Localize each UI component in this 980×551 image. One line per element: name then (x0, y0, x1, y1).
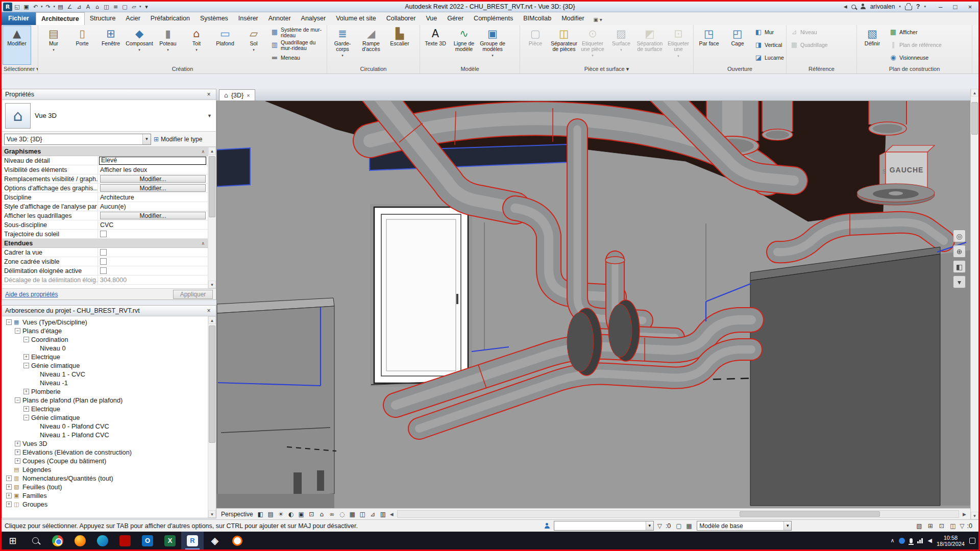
tree-expand-toggle[interactable]: + (15, 449, 20, 455)
tree-item-niveau-1-cvc[interactable]: Niveau 1 - CVC (2, 370, 208, 379)
design-options-icon[interactable]: ▦ (684, 521, 693, 530)
recorder-taskbar-button[interactable] (226, 532, 249, 549)
dropdown-caret-icon[interactable]: ▾ (139, 5, 141, 9)
groupe-de-mod-les-button[interactable]: ▣Groupe de modèles▾ (478, 26, 507, 65)
scroll-down-icon[interactable]: ▼ (208, 281, 216, 288)
vertical-button[interactable]: ◨Vertical (753, 39, 786, 52)
scrollbar-thumb[interactable] (209, 325, 215, 443)
measure-icon[interactable]: ∠ (65, 3, 74, 11)
mur-button[interactable]: ▤Mur▾ (39, 26, 68, 65)
revit-menu-icon[interactable]: R (3, 3, 12, 11)
view-tab-3d[interactable]: ⌂ {3D} × (219, 89, 255, 101)
tab-collaborer[interactable]: Collaborer (381, 12, 421, 25)
tab-ins-rer[interactable]: Insérer (233, 12, 263, 25)
tree-expand-toggle[interactable]: + (6, 493, 12, 498)
minimize-button[interactable]: – (933, 2, 948, 12)
save-orientation-icon[interactable]: ⌂ (317, 510, 327, 519)
crop-region-icon[interactable]: ⊡ (307, 510, 316, 519)
ribbon-collapse-icon[interactable]: ◀ (844, 4, 847, 9)
crop-view-icon[interactable]: ▣ (297, 510, 306, 519)
project-browser-header[interactable]: Arborescence du projet - CHU_BREST_RVT.r… (2, 306, 216, 316)
tree-item-plans-de-plafond-plan-de-plafond[interactable]: −Plans de plafond (Plan de plafond) (2, 396, 208, 405)
tree-item-electrique[interactable]: +Electrique (2, 405, 208, 413)
hide-isolate-icon[interactable]: ∞ (327, 510, 337, 519)
microphone-icon[interactable] (910, 538, 913, 543)
tree-item-vues-type-discipline[interactable]: −▦Vues (Type/Discipline) (2, 318, 208, 327)
tree-expand-toggle[interactable]: + (15, 458, 20, 464)
help-menu-caret-icon[interactable]: ▾ (924, 5, 926, 9)
fen-tre-button[interactable]: ⊞Fenêtre (96, 26, 125, 65)
scroll-up-icon[interactable]: ▲ (208, 316, 216, 324)
porte-button[interactable]: ▯Porte (68, 26, 96, 65)
tree-item-niveau-0-plafond-cvc[interactable]: Niveau 0 - Plafond CVC (2, 422, 208, 431)
steering-wheel-icon[interactable]: ◎ (953, 230, 966, 242)
tab-g-rer[interactable]: Gérer (442, 12, 469, 25)
tab-pr-fabrication[interactable]: Préfabrication (145, 12, 195, 25)
combo-caret-icon[interactable]: ▼ (646, 521, 653, 530)
panel-label-mod-le[interactable]: Modèle (420, 65, 520, 73)
volume-icon[interactable]: ◀ (927, 537, 932, 544)
poteau-button[interactable]: ▮Poteau▾ (154, 26, 182, 65)
composant-button[interactable]: ◆Composant▾ (125, 26, 154, 65)
default-3d-view-icon[interactable]: ⌂ (93, 3, 102, 11)
tree-item-feuilles-tout[interactable]: +▧Feuilles (tout) (2, 483, 208, 491)
tree-expand-toggle[interactable]: + (23, 406, 29, 412)
collapse-chevron-icon[interactable]: ∧ (201, 241, 208, 246)
tree-expand-toggle[interactable]: + (6, 484, 12, 490)
tray-expand-icon[interactable]: ∧ (890, 537, 894, 544)
tree-item-g-nie-climatique[interactable]: −Génie climatique (2, 361, 208, 370)
revit-taskbar-button[interactable]: R (181, 532, 204, 549)
cage-button[interactable]: ◰Cage (723, 26, 752, 65)
tree-item-groupes[interactable]: +◫Groupes (2, 500, 208, 509)
undo-icon[interactable]: ↶ (31, 3, 40, 11)
tab-architecture[interactable]: Architecture (36, 12, 85, 25)
tree-collapse-toggle[interactable]: − (6, 319, 12, 325)
switch-windows-icon[interactable]: ▱ (130, 3, 138, 11)
ribbon-display-toggle-icon[interactable]: ▣ ▾ (594, 17, 602, 25)
filter-icon[interactable]: ▽ (657, 522, 662, 530)
excel-taskbar-button[interactable]: X (159, 532, 181, 549)
close-icon[interactable]: × (205, 91, 213, 98)
zoom-icon[interactable]: ⊕ (953, 245, 966, 258)
tab-volume-et-site[interactable]: Volume et site (331, 12, 381, 25)
press-drag-select-icon[interactable]: ▢ (674, 521, 683, 530)
tab-compl-ments[interactable]: Compléments (469, 12, 518, 25)
scrollbar-thumb[interactable] (209, 156, 215, 217)
aligned-dimension-icon[interactable]: ⊿ (75, 3, 83, 11)
rampe-d-acc-s-button[interactable]: ◢Rampe d'accès (357, 26, 385, 65)
tree-expand-toggle[interactable]: + (6, 502, 12, 507)
texte-3d-button[interactable]: ATexte 3D (421, 26, 450, 65)
worksets-toggle-icon[interactable]: ▧ (915, 521, 923, 530)
taskbar-clock[interactable]: 10:58 18/10/2024 (937, 535, 965, 547)
afficher-button[interactable]: ▦Afficher (888, 26, 943, 39)
tree-item-coupes-coupe-du-b-timent[interactable]: +Coupes (Coupe du bâtiment) (2, 457, 208, 465)
zone-cadr-e-visible-checkbox[interactable] (100, 258, 107, 265)
chrome-taskbar-button[interactable] (46, 532, 69, 549)
scroll-right-icon[interactable]: ▶ (961, 512, 968, 517)
selector-caret-icon[interactable]: ▼ (207, 113, 212, 118)
scroll-down-icon[interactable]: ▼ (208, 510, 216, 518)
help-icon[interactable]: ? (916, 3, 920, 10)
selection-filter-icon[interactable]: ▽ (960, 522, 964, 530)
combo-caret-icon[interactable]: ▼ (783, 521, 791, 530)
tree-item-nomenclatures-quantit-s-tout[interactable]: +▥Nomenclatures/Quantités (tout) (2, 474, 208, 483)
app-store-cart-icon[interactable] (905, 6, 912, 10)
tree-item-familles[interactable]: +▣Familles (2, 491, 208, 500)
plafond-button[interactable]: ▭Plafond (211, 26, 239, 65)
edge-taskbar-button[interactable] (91, 532, 114, 549)
escalier-button[interactable]: ▙Escalier (385, 26, 414, 65)
worksharing-display-icon[interactable]: ▥ (378, 510, 388, 519)
thin-lines-icon[interactable]: ≡ (111, 3, 120, 11)
panel-label-r-f-rence[interactable]: Référence (787, 65, 856, 73)
tab-analyser[interactable]: Analyser (296, 12, 331, 25)
reveal-hidden-icon[interactable]: ◌ (337, 510, 347, 519)
options-d-affichage-des-graphis-button[interactable]: Modifier... (100, 184, 206, 192)
apply-button[interactable]: Appliquer (173, 290, 213, 299)
type-selector-combo[interactable]: Vue 3D: {3D} ▼ (4, 134, 151, 145)
dropdown-caret-icon[interactable]: ▾ (41, 5, 43, 9)
tree-expand-toggle[interactable]: + (15, 441, 20, 446)
panel-label-s-lectionner[interactable]: Sélectionner ▾ (2, 65, 38, 73)
onedrive-icon[interactable] (899, 538, 905, 544)
tree-item-l-gendes[interactable]: ▤Légendes (2, 465, 208, 474)
tree-item-plomberie[interactable]: +Plomberie (2, 387, 208, 396)
